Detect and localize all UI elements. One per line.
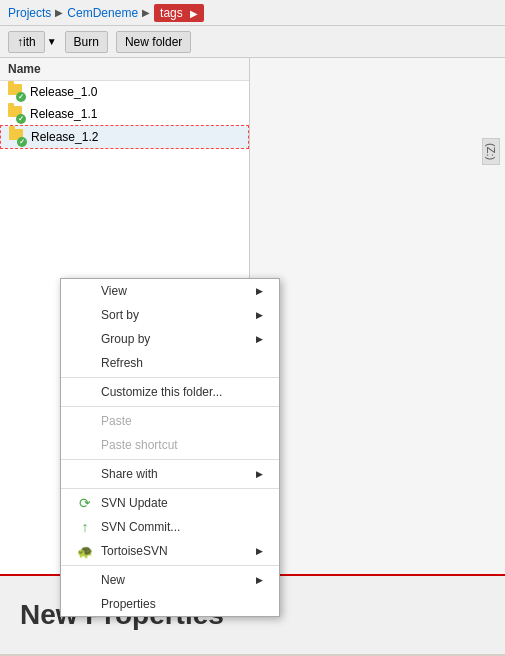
ctx-sep-4 bbox=[61, 488, 279, 489]
ctx-paste-shortcut: Paste shortcut bbox=[61, 433, 279, 457]
context-menu-left: View Sort by Group by Refresh Customize … bbox=[60, 278, 280, 617]
paste-shortcut-icon bbox=[77, 437, 93, 453]
file-name-release-1-2: Release_1.2 bbox=[31, 130, 98, 144]
sort-icon bbox=[77, 307, 93, 323]
back-arrow-icon: ▼ bbox=[47, 36, 57, 47]
new-folder-button[interactable]: New folder bbox=[116, 31, 191, 53]
tortoise-icon: 🐢 bbox=[77, 543, 93, 559]
back-button[interactable]: ↑ith bbox=[8, 31, 45, 53]
breadcrumb-projects[interactable]: Projects bbox=[8, 6, 51, 20]
view-icon bbox=[77, 283, 93, 299]
svn-folder-icon-1: ✓ bbox=[8, 84, 24, 100]
svn-commit-icon: ↑ bbox=[77, 519, 93, 535]
ctx-sep-5 bbox=[61, 565, 279, 566]
breadcrumb-sep-1: ▶ bbox=[55, 7, 63, 18]
burn-button[interactable]: Burn bbox=[65, 31, 108, 53]
main-area: Name ✓ Release_1.0 ✓ Release_1.1 ✓ Relea… bbox=[0, 58, 505, 654]
ctx-svn-commit[interactable]: ↑ SVN Commit... bbox=[61, 515, 279, 539]
ctx-sep-1 bbox=[61, 377, 279, 378]
breadcrumb-sep-2: ▶ bbox=[142, 7, 150, 18]
back-btn-group: ↑ith ▼ bbox=[8, 31, 57, 53]
ctx-properties[interactable]: Properties bbox=[61, 592, 279, 616]
file-name-release-1-1: Release_1.1 bbox=[30, 107, 97, 121]
file-item-release-1-1[interactable]: ✓ Release_1.1 bbox=[0, 103, 249, 125]
breadcrumb: Projects ▶ CemDeneme ▶ tags ▶ bbox=[0, 0, 505, 26]
ctx-paste: Paste bbox=[61, 409, 279, 433]
file-panel-header: Name bbox=[0, 58, 249, 81]
share-icon bbox=[77, 466, 93, 482]
svn-folder-icon-2: ✓ bbox=[8, 106, 24, 122]
ctx-customize[interactable]: Customize this folder... bbox=[61, 380, 279, 404]
refresh-icon bbox=[77, 355, 93, 371]
file-item-release-1-0[interactable]: ✓ Release_1.0 bbox=[0, 81, 249, 103]
properties-icon bbox=[77, 596, 93, 612]
ctx-sort-by[interactable]: Sort by bbox=[61, 303, 279, 327]
breadcrumb-tags[interactable]: tags ▶ bbox=[154, 4, 204, 22]
ctx-group-by[interactable]: Group by bbox=[61, 327, 279, 351]
new-icon bbox=[77, 572, 93, 588]
ctx-view[interactable]: View bbox=[61, 279, 279, 303]
ctx-tortoise-svn[interactable]: 🐢 TortoiseSVN bbox=[61, 539, 279, 563]
ctx-new[interactable]: New bbox=[61, 568, 279, 592]
ctx-sep-2 bbox=[61, 406, 279, 407]
svn-update-icon: ⟳ bbox=[77, 495, 93, 511]
breadcrumb-dropdown-arrow: ▶ bbox=[190, 8, 198, 19]
ctx-refresh[interactable]: Refresh bbox=[61, 351, 279, 375]
file-item-release-1-2[interactable]: ✓ Release_1.2 bbox=[0, 125, 249, 149]
file-panel: Name ✓ Release_1.0 ✓ Release_1.1 ✓ Relea… bbox=[0, 58, 250, 654]
svn-folder-icon-3: ✓ bbox=[9, 129, 25, 145]
breadcrumb-cemdeneme[interactable]: CemDeneme bbox=[67, 6, 138, 20]
file-name-release-1-0: Release_1.0 bbox=[30, 85, 97, 99]
paste-icon bbox=[77, 413, 93, 429]
ctx-share-with[interactable]: Share with bbox=[61, 462, 279, 486]
group-icon bbox=[77, 331, 93, 347]
toolbar: ↑ith ▼ Burn New folder bbox=[0, 26, 505, 58]
customize-icon bbox=[77, 384, 93, 400]
ctx-sep-3 bbox=[61, 459, 279, 460]
ctx-svn-update[interactable]: ⟳ SVN Update bbox=[61, 491, 279, 515]
right-panel: (Z:) 📋 Show log 🔍 Repo-browser ✔ Check f… bbox=[250, 58, 505, 654]
drive-label: (Z:) bbox=[482, 138, 500, 165]
